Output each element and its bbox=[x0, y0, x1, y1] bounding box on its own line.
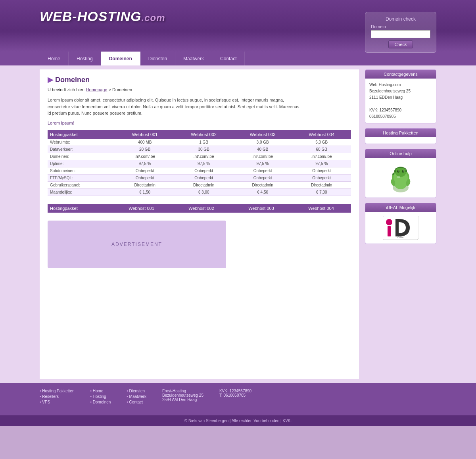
navigation: Home Hosting Domeinen Diensten Maatwerk … bbox=[0, 52, 476, 65]
footer-diensten[interactable]: Diensten bbox=[127, 389, 146, 393]
col-header-package2: Hostingpakket bbox=[48, 204, 111, 213]
row-value: .nl/.com/.be bbox=[292, 153, 351, 160]
row-label: Domeinen: bbox=[48, 153, 115, 160]
page-title: ▶ Domeinen bbox=[48, 75, 351, 84]
check-button[interactable]: Check bbox=[388, 40, 413, 48]
logo: WEB-HOSTING.com bbox=[40, 8, 165, 25]
row-value: 97,5 % bbox=[292, 160, 351, 167]
row-value: 5,0 GB bbox=[292, 139, 351, 146]
table-row: Webruimte:400 MB1 GB3,0 GB5,0 GB bbox=[48, 139, 351, 146]
breadcrumb-home[interactable]: Homepage bbox=[86, 87, 107, 92]
row-value: .nl/.com/.be bbox=[174, 153, 233, 160]
row-label: Subdomeinen: bbox=[48, 167, 115, 174]
table-row: Dataverkeer:20 GB30 GB40 GB60 GB bbox=[48, 146, 351, 153]
row-label: Dataverkeer: bbox=[48, 146, 115, 153]
nav-diensten[interactable]: Diensten bbox=[140, 52, 175, 65]
footer-col-4: Frost-Hosting Bezuidenhoutseweg 25 2594 … bbox=[162, 389, 203, 405]
footer-resellers[interactable]: Resellers bbox=[40, 394, 74, 399]
nav-domeinen[interactable]: Domeinen bbox=[101, 52, 140, 65]
breadcrumb-sep: > bbox=[109, 87, 112, 92]
domain-label: Domein bbox=[371, 24, 430, 29]
svg-rect-18 bbox=[395, 219, 399, 236]
ideal-title: iDEAL Mogelijk bbox=[365, 203, 436, 212]
svg-point-11 bbox=[394, 178, 407, 189]
online-hulp-box: Online hulp bbox=[365, 149, 436, 198]
domain-check-box: Domein check Domein Check bbox=[365, 12, 436, 53]
contact-box: Contactgegevens Web-Hosting.com Bezuiden… bbox=[365, 69, 436, 123]
row-value: 3,0 GB bbox=[233, 139, 292, 146]
col-header-w002-2: Webhost 002 bbox=[171, 204, 231, 213]
domain-input[interactable] bbox=[371, 30, 430, 38]
row-value: 40 GB bbox=[233, 146, 292, 153]
footer-hosting-pakketten[interactable]: Hosting Pakketten bbox=[40, 389, 74, 393]
row-value: 97,5 % bbox=[174, 160, 233, 167]
row-value: 97,5 % bbox=[115, 160, 175, 167]
svg-point-10 bbox=[392, 173, 394, 175]
contact-title: Contactgegevens bbox=[365, 70, 436, 79]
footer-maatwerk[interactable]: Maatwerk bbox=[127, 394, 146, 399]
footer-bottom: © Niels van Steenbergen | Alle rechten V… bbox=[0, 415, 476, 426]
footer-home[interactable]: Home bbox=[90, 389, 111, 393]
footer-kvk: KVK: 1234567890 bbox=[219, 389, 251, 393]
hosting-table-1: Hostingpakket Webhost 001 Webhost 002 We… bbox=[48, 130, 351, 196]
footer-vps[interactable]: VPS bbox=[40, 400, 74, 404]
nav-hosting[interactable]: Hosting bbox=[69, 52, 101, 65]
row-value: Onbeperkt bbox=[174, 174, 233, 181]
row-label: Uptime: bbox=[48, 160, 115, 167]
footer-address: Bezuidenhoutseweg 25 bbox=[162, 393, 203, 398]
svg-point-6 bbox=[398, 171, 399, 171]
footer: Hosting Pakketten Resellers VPS Home Hos… bbox=[0, 383, 476, 415]
breadcrumb: U bevindt zich hier: Homepage > Domeinen bbox=[48, 87, 351, 92]
footer-col-3: Diensten Maatwerk Contact bbox=[127, 389, 146, 405]
col-header-w003-2: Webhost 003 bbox=[231, 204, 291, 213]
svg-text:iDEAL: iDEAL bbox=[397, 236, 404, 238]
hosting-packages-box: Hosting Pakketten bbox=[365, 128, 436, 144]
footer-contact[interactable]: Contact bbox=[127, 400, 146, 404]
row-value: Onbeperkt bbox=[292, 167, 351, 174]
contact-company: Web-Hosting.com bbox=[369, 82, 432, 88]
title-arrow: ▶ bbox=[48, 75, 53, 84]
nav-home[interactable]: Home bbox=[40, 52, 69, 65]
row-value: Directadmin bbox=[233, 181, 292, 188]
robot-icon bbox=[387, 162, 415, 194]
main-wrapper: ▶ Domeinen U bevindt zich hier: Homepage… bbox=[0, 65, 476, 383]
col-header-w001: Webhost 001 bbox=[115, 130, 175, 139]
row-value: Onbeperkt bbox=[174, 167, 233, 174]
online-hulp-image bbox=[365, 158, 436, 198]
row-label: Gebruikerspanel: bbox=[48, 181, 115, 188]
row-value: 400 MB bbox=[115, 139, 175, 146]
contact-content: Web-Hosting.com Bezuidenhoutseweg 25 211… bbox=[365, 79, 436, 123]
footer-links: Hosting Pakketten Resellers VPS Home Hos… bbox=[40, 389, 436, 405]
row-value: Directadmin bbox=[174, 181, 233, 188]
nav-contact[interactable]: Contact bbox=[212, 52, 245, 65]
footer-col-1: Hosting Pakketten Resellers VPS bbox=[40, 389, 74, 405]
footer-col-5: KVK: 1234567890 T: 0618050705 bbox=[219, 389, 251, 405]
svg-point-4 bbox=[397, 170, 399, 173]
row-value: € 7,00 bbox=[292, 188, 351, 196]
col-header-w004: Webhost 004 bbox=[292, 130, 351, 139]
table-row: Subdomeinen:OnbeperktOnbeperktOnbeperktO… bbox=[48, 167, 351, 174]
row-value: € 1,50 bbox=[115, 188, 175, 196]
table-row: Domeinen:.nl/.com/.be.nl/.com/.be.nl/.co… bbox=[48, 153, 351, 160]
footer-city: 2594 AM Den Haag bbox=[162, 398, 197, 402]
footer-copyright: © Niels van Steenbergen | Alle rechten V… bbox=[184, 419, 292, 423]
row-value: Onbeperkt bbox=[115, 167, 175, 174]
nav-maatwerk[interactable]: Maatwerk bbox=[175, 52, 212, 65]
footer-hosting[interactable]: Hosting bbox=[90, 394, 111, 399]
breadcrumb-prefix: U bevindt zich hier: bbox=[48, 87, 86, 92]
row-value: Onbeperkt bbox=[233, 167, 292, 174]
footer-company: Frost-Hosting bbox=[162, 389, 186, 393]
col-header-w001-2: Webhost 001 bbox=[111, 204, 171, 213]
row-value: 1 GB bbox=[174, 139, 233, 146]
row-value: 97,5 % bbox=[233, 160, 292, 167]
row-value: Onbeperkt bbox=[233, 174, 292, 181]
main-content: ▶ Domeinen U bevindt zich hier: Homepage… bbox=[40, 69, 359, 379]
domain-check-title: Domein check bbox=[371, 16, 430, 22]
col-header-w003: Webhost 003 bbox=[233, 130, 292, 139]
footer-domeinen[interactable]: Domeinen bbox=[90, 400, 111, 404]
row-label: Webruimte: bbox=[48, 139, 115, 146]
contact-phone: 061805070905 bbox=[369, 113, 432, 120]
svg-rect-17 bbox=[388, 226, 391, 236]
lorem-link[interactable]: Lorem ipsum! bbox=[48, 121, 351, 125]
svg-rect-9 bbox=[405, 170, 407, 172]
